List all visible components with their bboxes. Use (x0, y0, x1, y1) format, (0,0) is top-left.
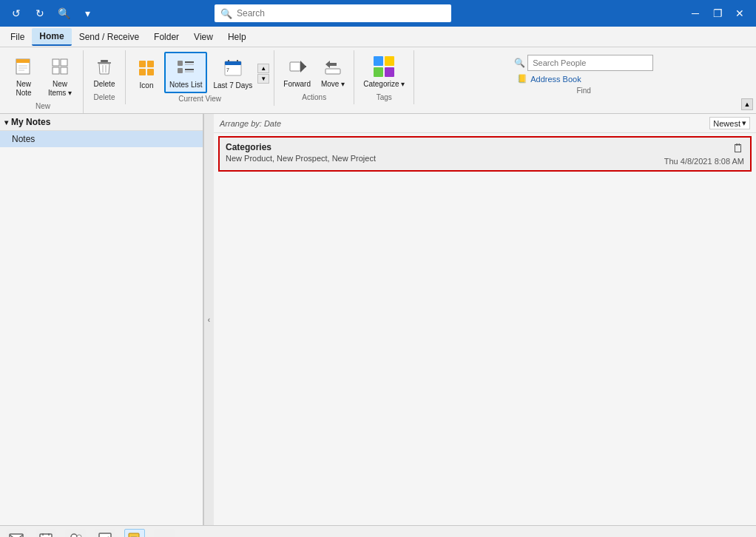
menu-home[interactable]: Home (32, 28, 71, 46)
find-group-label: Find (419, 87, 749, 98)
sidebar: ▾ My Notes Notes (0, 114, 203, 525)
note-item-right: 🗒 Thu 4/8/2021 8:08 AM (648, 142, 744, 166)
search-people-icon: 🔍 (514, 58, 525, 68)
window-forward-btn[interactable]: ↻ (30, 3, 50, 24)
svg-rect-39 (99, 533, 111, 538)
tags-buttons: Categorize ▾ (359, 52, 409, 92)
new-items-label: NewItems ▾ (48, 80, 72, 98)
svg-rect-7 (53, 67, 59, 74)
icon-view-label: Icon (140, 81, 154, 90)
actions-group-label: Actions (279, 93, 349, 104)
chevron-down-icon: ▾ (4, 118, 8, 126)
search-input[interactable] (237, 8, 445, 18)
new-group-label: New (7, 102, 78, 113)
svg-rect-15 (139, 69, 146, 75)
window-search-quick-btn[interactable]: 🔍 (53, 3, 74, 24)
title-bar: ↺ ↻ 🔍 ▾ 🔍 ─ ❐ ✕ (0, 0, 756, 27)
new-items-button[interactable]: NewItems ▾ (41, 52, 78, 101)
window-customize-btn[interactable]: ▾ (77, 3, 98, 24)
view-scroll-up[interactable]: ▲ (257, 64, 269, 73)
ribbon: NewNote NewItems ▾ New (0, 47, 756, 114)
svg-rect-24 (225, 61, 241, 65)
new-items-icon (48, 55, 72, 78)
icon-view-button[interactable]: Icon (130, 53, 163, 93)
nav-notes-button[interactable] (124, 529, 145, 538)
categorize-button[interactable]: Categorize ▾ (359, 52, 409, 92)
find-controls: 🔍 📒 Address Book (514, 52, 653, 85)
delete-icon (92, 55, 116, 78)
notes-list-button[interactable]: Notes List (164, 52, 207, 93)
search-people-input[interactable] (527, 55, 653, 71)
sidebar-collapse-button[interactable]: ‹ (203, 114, 214, 525)
nav-bar: ··· (0, 525, 756, 537)
ribbon-group-delete: Delete Delete (84, 50, 126, 104)
nav-more-button[interactable]: ··· (154, 529, 175, 538)
categorize-label: Categorize ▾ (363, 80, 405, 89)
svg-rect-6 (61, 59, 67, 66)
categories-label: Categories (226, 142, 648, 152)
svg-rect-28 (290, 62, 300, 71)
nav-tasks-button[interactable] (95, 529, 115, 538)
svg-point-38 (77, 535, 81, 538)
ribbon-collapse-button[interactable]: ▲ (741, 98, 753, 110)
svg-rect-5 (53, 59, 59, 66)
view-scroll-down[interactable]: ▼ (257, 74, 269, 84)
menu-help[interactable]: Help (220, 29, 254, 45)
menu-view[interactable]: View (186, 29, 220, 45)
close-btn[interactable]: ✕ (729, 3, 750, 24)
sidebar-item-notes[interactable]: Notes (0, 131, 203, 147)
window-back-btn[interactable]: ↺ (6, 3, 27, 24)
last-7-days-label: Last 7 Days (213, 81, 252, 90)
minimize-btn[interactable]: ─ (685, 3, 706, 24)
nav-calendar-button[interactable] (36, 529, 56, 538)
menu-file[interactable]: File (3, 29, 32, 45)
ribbon-group-find: 🔍 📒 Address Book Find (414, 50, 753, 104)
svg-rect-8 (61, 67, 67, 74)
menu-folder[interactable]: Folder (146, 29, 186, 45)
new-note-icon (12, 55, 36, 78)
menu-send-receive[interactable]: Send / Receive (72, 29, 146, 45)
sort-dropdown[interactable]: Newest ▾ (709, 117, 750, 129)
last-7-days-icon: 7 (221, 56, 245, 80)
move-button[interactable]: Move ▾ (317, 52, 349, 92)
forward-label: Forward (283, 80, 311, 89)
svg-rect-9 (101, 60, 108, 62)
forward-icon (286, 55, 309, 78)
new-note-button[interactable]: NewNote (7, 52, 40, 101)
title-search-box[interactable]: 🔍 (215, 4, 451, 22)
more-dots-icon: ··· (159, 533, 170, 538)
svg-rect-31 (325, 69, 340, 74)
nav-mail-button[interactable] (6, 529, 27, 538)
view-scroll-controls: ▲ ▼ (257, 64, 269, 84)
svg-rect-16 (147, 69, 154, 75)
tags-group-label: Tags (359, 93, 409, 104)
sort-label: Newest (713, 119, 740, 128)
nav-people-button[interactable] (65, 529, 86, 538)
svg-text:7: 7 (226, 67, 229, 72)
svg-rect-13 (139, 61, 146, 67)
notes-list-label: Notes List (169, 81, 202, 90)
svg-rect-14 (147, 61, 154, 67)
main-container: ▾ My Notes Notes ‹ Arrange by: Date Newe… (0, 114, 756, 525)
restore-btn[interactable]: ❐ (707, 3, 728, 24)
title-bar-right: ─ ❐ ✕ (685, 3, 750, 24)
svg-rect-20 (178, 68, 183, 73)
my-notes-section-header[interactable]: ▾ My Notes (0, 114, 203, 131)
note-timestamp: Thu 4/8/2021 8:08 AM (664, 157, 744, 166)
actions-buttons: Forward Move ▾ (279, 52, 349, 92)
move-label: Move ▾ (321, 80, 345, 89)
last-7-days-button[interactable]: 7 Last 7 Days (209, 53, 257, 93)
arrange-by-label: Arrange by: Date (220, 119, 281, 128)
categorize-icon (372, 55, 396, 78)
delete-label: Delete (94, 80, 115, 89)
search-icon: 🔍 (220, 8, 232, 19)
delete-button[interactable]: Delete (88, 52, 121, 92)
icon-view-icon (135, 56, 158, 80)
new-buttons: NewNote NewItems ▾ (7, 52, 78, 101)
forward-button[interactable]: Forward (279, 52, 315, 92)
ribbon-group-actions: Forward Move ▾ Actions (274, 50, 354, 104)
address-book-button[interactable]: 📒 Address Book (514, 72, 653, 85)
current-view-buttons: Icon Notes List (130, 52, 269, 93)
address-book-icon: 📒 (517, 74, 527, 84)
note-item[interactable]: Categories New Product, New Prospect, Ne… (218, 136, 752, 172)
